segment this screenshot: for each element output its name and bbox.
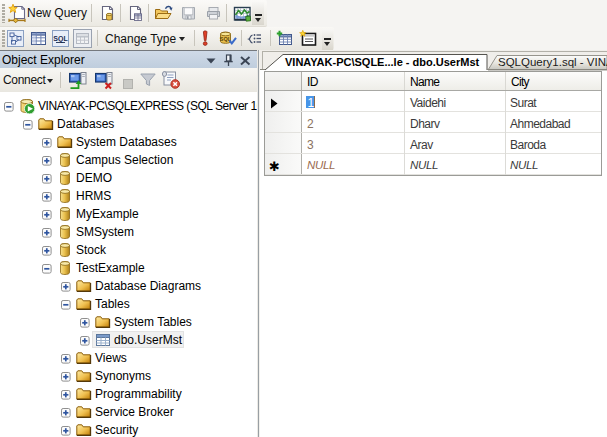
svg-text:SQLQuery1.sql - VINAY: SQLQuery1.sql - VINAY <box>498 56 607 68</box>
svg-text:SQL: SQL <box>53 35 68 43</box>
svg-text:VINAYAK-PC\SQLE...le - dbo.Use: VINAYAK-PC\SQLE...le - dbo.UserMst <box>285 56 480 68</box>
